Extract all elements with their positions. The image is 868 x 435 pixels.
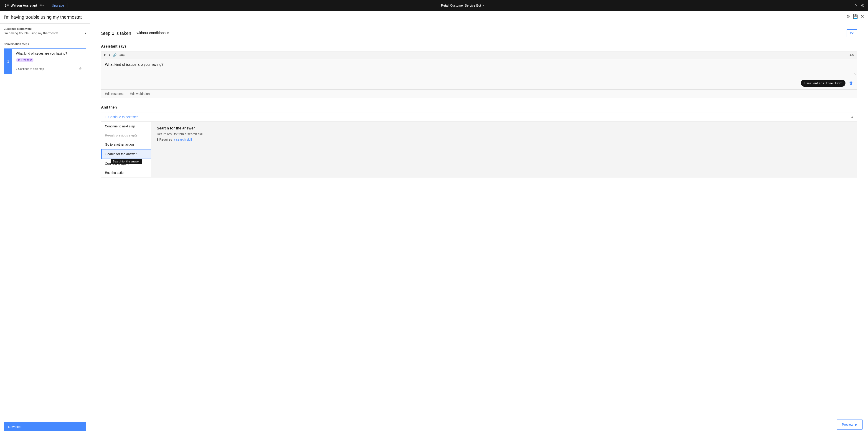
- step-taken-row: Step 1 is taken without conditions ▾ fx: [101, 29, 857, 37]
- close-icon[interactable]: ✕: [861, 14, 864, 19]
- resize-handle: ⤡: [854, 72, 856, 76]
- dropdown-item-search-wrap: Search for the answer Search for the ans…: [101, 149, 151, 159]
- and-then-label: And then: [101, 105, 857, 110]
- and-then-dropdown: Continue to next step Re-ask previous st…: [101, 122, 857, 178]
- step-card-1[interactable]: 1 What kind of issues are you having? Tt…: [4, 49, 86, 74]
- editor-body[interactable]: What kind of issues are you having? ⤡: [101, 59, 857, 77]
- assistant-says-label: Assistant says: [101, 44, 857, 49]
- plan-label: Plus: [39, 4, 44, 7]
- plus-icon: +: [23, 425, 25, 429]
- tooltip-search: Search for the answer: [111, 159, 142, 164]
- bold-button[interactable]: B: [104, 53, 106, 57]
- dropdown-item-end[interactable]: End the action: [101, 168, 151, 177]
- step-next-label: Continue to next step: [18, 67, 44, 70]
- right-panel: ⚙ 💾 ✕ Step 1 is taken without conditions…: [90, 11, 868, 435]
- customer-starts-section: Customer starts with: I'm having trouble…: [0, 24, 90, 39]
- dropdown-item-continue[interactable]: Continue to next step: [101, 122, 151, 131]
- ibm-label: IBM: [4, 4, 9, 7]
- conv-steps-label: Conversation steps: [4, 42, 86, 46]
- upgrade-link[interactable]: Upgrade: [52, 4, 64, 7]
- new-step-button[interactable]: New step +: [4, 422, 86, 431]
- arrow-down-icon: ↓: [16, 67, 17, 70]
- product-name: Watson Assistant: [11, 4, 37, 7]
- new-step-label: New step: [8, 425, 21, 429]
- user-input-row: User enters free text 🗑: [101, 77, 857, 90]
- variable-button[interactable]: ⊗⊗: [119, 53, 125, 57]
- step-number: 1: [4, 49, 12, 74]
- step-tag: Tt Free text: [16, 58, 33, 62]
- info-icon: ℹ: [157, 138, 158, 141]
- brand-logo: IBM Watson Assistant Plus: [4, 4, 44, 7]
- dropdown-right-desc: Return results from a search skill.: [157, 132, 851, 136]
- search-skill-link[interactable]: a search skill: [174, 138, 192, 141]
- preview-label: Preview: [842, 423, 853, 426]
- step-suffix: is taken: [115, 31, 131, 36]
- customer-starts-row: I'm having trouble using my thermostat ▾: [4, 31, 86, 35]
- dropdown-right-title: Search for the answer: [157, 126, 851, 130]
- req-prefix: Requires: [159, 138, 172, 141]
- step-footer: ↓ Continue to next step 🗑: [16, 65, 82, 71]
- delete-step-icon[interactable]: 🗑: [79, 67, 82, 71]
- dropdown-item-goto[interactable]: Go to another action: [101, 140, 151, 149]
- bot-dropdown-icon[interactable]: ▾: [483, 4, 484, 7]
- step-question: What kind of issues are you having?: [16, 52, 82, 55]
- preview-button[interactable]: Preview ▶: [837, 420, 863, 430]
- and-then-selected: ↓ Continue to next step: [105, 115, 138, 119]
- editor-toolbar: B I 🔗 ⊗⊗ </>: [101, 51, 857, 59]
- link-button[interactable]: 🔗: [113, 53, 117, 57]
- settings-icon[interactable]: ⚙: [846, 14, 850, 19]
- and-then-section: And then ↓ Continue to next step ∧ Conti…: [101, 105, 857, 178]
- panel-title-row: I'm having trouble using my thermostat: [4, 14, 86, 20]
- step-taken-label: Step 1 is taken: [101, 31, 131, 36]
- left-panel: I'm having trouble using my thermostat C…: [0, 11, 90, 435]
- right-header: ⚙ 💾 ✕: [90, 11, 868, 22]
- step-editor: Step 1 is taken without conditions ▾ fx …: [90, 22, 868, 185]
- customer-starts-label: Customer starts with:: [4, 27, 86, 30]
- conversation-steps-section: Conversation steps 1 What kind of issues…: [0, 39, 90, 418]
- edit-validation-button[interactable]: Edit validation: [130, 92, 150, 96]
- user-input-bubble: User enters free text: [801, 80, 845, 87]
- arrow-down-icon: ↓: [105, 115, 106, 119]
- conditions-label: without conditions: [136, 31, 165, 35]
- step-next: ↓ Continue to next step: [16, 67, 44, 70]
- chevron-down-icon: ▾: [167, 31, 169, 35]
- edit-response-button[interactable]: Edit response: [105, 92, 124, 96]
- dropdown-item-reask: Re-ask previous step(s): [101, 131, 151, 140]
- panel-header: I'm having trouble using my thermostat: [0, 11, 90, 24]
- bot-name-label: Retail Customer Service Bot: [441, 4, 481, 7]
- code-button[interactable]: </>: [849, 53, 854, 57]
- user-icon[interactable]: ⊙: [861, 3, 864, 8]
- conditions-button[interactable]: without conditions ▾: [134, 30, 172, 37]
- step-prefix: Step: [101, 31, 111, 36]
- dropdown-item-search[interactable]: Search for the answer: [101, 149, 151, 159]
- dropdown-left: Continue to next step Re-ask previous st…: [101, 122, 151, 177]
- chevron-up-icon[interactable]: ∧: [851, 115, 853, 119]
- action-title: I'm having trouble using my thermostat: [4, 14, 82, 20]
- bot-name-header: Retail Customer Service Bot ▾: [71, 4, 853, 7]
- main-layout: I'm having trouble using my thermostat C…: [0, 11, 868, 435]
- delete-user-input-icon[interactable]: 🗑: [849, 81, 853, 86]
- step-num: 1: [112, 31, 114, 36]
- play-icon: ▶: [855, 423, 858, 426]
- save-icon[interactable]: 💾: [853, 14, 858, 19]
- help-icon[interactable]: ?: [855, 3, 857, 8]
- edit-response-row: Edit response Edit validation: [101, 90, 857, 98]
- dropdown-right-req: ℹ Requires a search skill: [157, 138, 851, 141]
- fx-button[interactable]: fx: [847, 29, 857, 37]
- selected-option-label: Continue to next step: [108, 115, 138, 119]
- nav-icons: ? ⊙: [855, 3, 864, 8]
- editor-text: What kind of issues are you having?: [105, 63, 163, 66]
- italic-button[interactable]: I: [109, 53, 110, 57]
- chevron-down-icon[interactable]: ▾: [85, 31, 86, 35]
- step-content: What kind of issues are you having? Tt F…: [12, 49, 86, 74]
- customer-starts-value: I'm having trouble using my thermostat: [4, 31, 58, 35]
- dropdown-right: Search for the answer Return results fro…: [151, 122, 857, 177]
- and-then-row[interactable]: ↓ Continue to next step ∧: [101, 112, 857, 122]
- top-navigation: IBM Watson Assistant Plus Upgrade Retail…: [0, 0, 868, 11]
